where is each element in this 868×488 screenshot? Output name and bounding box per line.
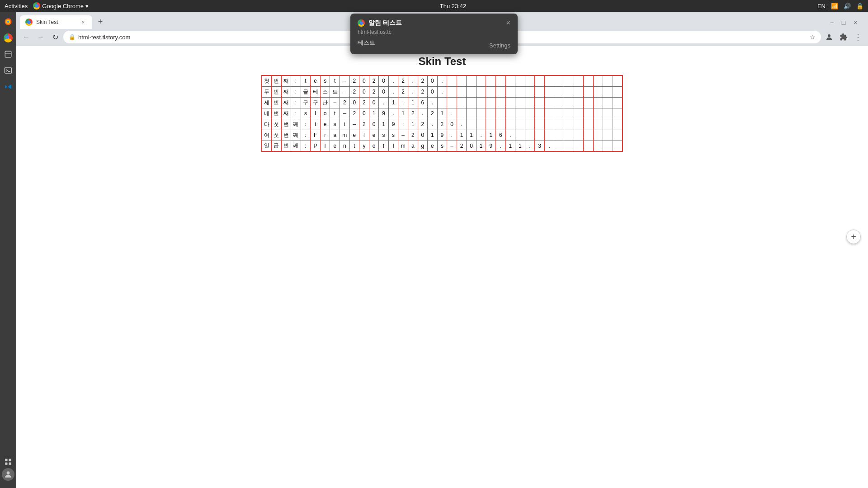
- chrome-menu[interactable]: Google Chrome ▾: [33, 2, 89, 9]
- table-cell: [496, 86, 506, 97]
- table-cell: 글: [301, 86, 311, 97]
- bookmark-star-icon[interactable]: ☆: [810, 33, 816, 41]
- table-cell: 2: [418, 119, 428, 130]
- page-content: Skin Test 첫번째:test–2020.2.20.두번째:글테스트–20…: [16, 46, 868, 488]
- sidebar-terminal-icon[interactable]: [2, 64, 14, 77]
- table-cell: f: [379, 141, 389, 151]
- language-indicator[interactable]: EN: [817, 3, 826, 9]
- table-row: 네번째:slot–2019.12.21.: [262, 108, 623, 119]
- table-cell: [505, 119, 515, 130]
- new-tab-button[interactable]: +: [94, 15, 107, 28]
- table-row: 세번째:구구단–2020.1.16.: [262, 97, 623, 108]
- table-cell: 0: [379, 86, 389, 97]
- table-cell: 째: [291, 130, 301, 141]
- table-cell: [525, 130, 535, 141]
- table-cell: [554, 108, 564, 119]
- table-cell: [467, 108, 476, 119]
- svg-point-2: [7, 21, 9, 23]
- table-cell: [584, 141, 594, 151]
- table-cell: [574, 130, 584, 141]
- table-cell: 1: [369, 108, 379, 119]
- table-cell: [535, 119, 545, 130]
- table-cell: [574, 75, 584, 86]
- table-cell: [613, 86, 623, 97]
- table-cell: .: [408, 75, 418, 86]
- table-cell: 2: [408, 108, 418, 119]
- sidebar-firefox-icon[interactable]: [2, 15, 14, 28]
- table-cell: 여: [262, 130, 272, 141]
- table-cell: 째: [281, 75, 291, 86]
- table-cell: 째: [291, 141, 301, 151]
- table-cell: 세: [262, 97, 272, 108]
- table-cell: [535, 75, 545, 86]
- maximize-button[interactable]: □: [838, 17, 849, 28]
- table-cell: .: [398, 119, 408, 130]
- table-cell: [544, 130, 554, 141]
- table-cell: [613, 75, 623, 86]
- sidebar-apps-icon[interactable]: [2, 455, 14, 468]
- table-cell: t: [330, 75, 340, 86]
- extensions-button[interactable]: [837, 31, 850, 43]
- sidebar-avatar[interactable]: [2, 468, 14, 481]
- table-cell: 0: [428, 75, 438, 86]
- back-button[interactable]: ←: [20, 31, 33, 43]
- table-cell: :: [301, 119, 311, 130]
- table-cell: a: [330, 130, 340, 141]
- notification-popup: 알림 테스트 × html-test.os.tc 테스트 Settings: [350, 14, 518, 54]
- table-cell: s: [437, 141, 447, 151]
- close-button[interactable]: ×: [850, 17, 861, 28]
- chrome-sidebar-icon: [4, 33, 13, 42]
- table-cell: 첫: [262, 75, 272, 86]
- forward-button[interactable]: →: [34, 31, 47, 43]
- page-title: Skin Test: [16, 55, 868, 68]
- table-cell: [496, 119, 506, 130]
- sidebar-chrome-icon[interactable]: [2, 32, 14, 44]
- table-cell: [564, 75, 574, 86]
- table-cell: 구: [301, 97, 311, 108]
- table-cell: 다: [262, 119, 272, 130]
- table-cell: 섯: [272, 119, 282, 130]
- table-cell: [486, 97, 496, 108]
- table-cell: [593, 141, 603, 151]
- reload-button[interactable]: ↻: [49, 31, 61, 43]
- skin-table: 첫번째:test–2020.2.20.두번째:글테스트–2020.2.20.세번…: [261, 75, 623, 152]
- window-controls: − □ ×: [823, 17, 864, 28]
- active-tab[interactable]: Skin Test ×: [20, 15, 92, 29]
- table-cell: –: [330, 97, 340, 108]
- sidebar-vscode-icon[interactable]: [2, 80, 14, 93]
- table-cell: 2: [369, 86, 379, 97]
- sidebar-files-icon[interactable]: [2, 48, 14, 61]
- table-cell: [525, 86, 535, 97]
- tab-favicon: [25, 19, 33, 26]
- table-cell: 1: [457, 130, 467, 141]
- svg-point-11: [7, 471, 10, 474]
- table-cell: 0: [369, 119, 379, 130]
- table-cell: [515, 75, 525, 86]
- svg-rect-9: [5, 463, 7, 465]
- activities-button[interactable]: Activities: [5, 3, 28, 9]
- popup-settings-label[interactable]: Settings: [489, 42, 510, 49]
- table-cell: 9: [437, 130, 447, 141]
- table-cell: [564, 141, 574, 151]
- table-cell: [457, 86, 467, 97]
- table-cell: [515, 119, 525, 130]
- table-cell: [486, 108, 496, 119]
- svg-rect-7: [5, 459, 7, 461]
- terminal-icon: [4, 66, 12, 75]
- lock-status-icon: 🔒: [856, 3, 863, 9]
- table-cell: 1: [398, 108, 408, 119]
- table-cell: 6: [418, 97, 428, 108]
- table-cell: [584, 97, 594, 108]
- plus-button[interactable]: +: [846, 230, 861, 244]
- table-cell: [467, 97, 476, 108]
- table-cell: –: [398, 130, 408, 141]
- tab-close-button[interactable]: ×: [80, 19, 87, 26]
- table-cell: 0: [359, 108, 369, 119]
- table-cell: 구: [311, 97, 321, 108]
- minimize-button[interactable]: −: [826, 17, 837, 28]
- popup-close-button[interactable]: ×: [506, 19, 510, 27]
- account-button[interactable]: [823, 31, 835, 43]
- chrome-menu-button[interactable]: ⋮: [852, 31, 864, 43]
- table-cell: 번: [281, 119, 291, 130]
- table-cell: [535, 86, 545, 97]
